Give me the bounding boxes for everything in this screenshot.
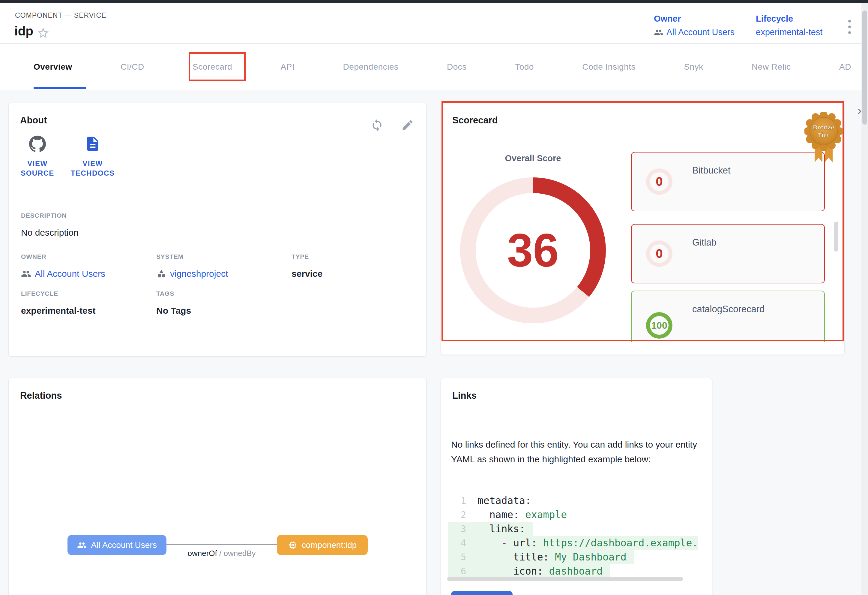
system-icon bbox=[156, 269, 167, 279]
owner-value: All Account Users bbox=[666, 27, 735, 37]
about-title: About bbox=[20, 115, 47, 126]
tab-docs[interactable]: Docs bbox=[447, 44, 467, 90]
owner-label: Owner bbox=[654, 14, 735, 24]
system-entity-link[interactable]: vigneshproject bbox=[156, 269, 228, 279]
tab-todo[interactable]: Todo bbox=[515, 44, 534, 90]
tab-api[interactable]: API bbox=[281, 44, 295, 90]
relations-card: Relations All Account Users component:id… bbox=[8, 378, 427, 595]
tab-snyk[interactable]: Snyk bbox=[684, 44, 703, 90]
scorecard-card: Scorecard Overall Score 36 0 Bitbucket 0… bbox=[441, 103, 844, 355]
code-line: 2 name: example bbox=[448, 508, 575, 522]
field-owner: OWNER All Account Users bbox=[21, 253, 105, 279]
header-lifecycle: Lifecycle experimental-test bbox=[756, 14, 822, 37]
code-line: 1metadata: bbox=[448, 494, 539, 508]
code-line-highlighted: 3 links: bbox=[448, 522, 533, 536]
badge-line1: Bronze bbox=[813, 124, 834, 130]
page-title: idp bbox=[15, 24, 33, 38]
view-techdocs-link[interactable]: VIEW TECHDOCS bbox=[66, 135, 120, 178]
links-title: Links bbox=[452, 390, 477, 401]
overall-score-value: 36 bbox=[459, 177, 607, 324]
tabs-container: OverviewCI/CDScorecardAPIDependenciesDoc… bbox=[34, 44, 851, 90]
relation-edge-line bbox=[167, 544, 277, 545]
relation-edge-label: ownerOf / ownedBy bbox=[162, 549, 282, 558]
score-ring: 0 bbox=[646, 169, 672, 195]
entity-header: COMPONENT — SERVICE idp Owner All Accoun… bbox=[0, 3, 868, 44]
relations-title: Relations bbox=[20, 390, 62, 401]
tab-ci-cd[interactable]: CI/CD bbox=[121, 44, 144, 90]
score-ring: 100 bbox=[646, 312, 672, 339]
scorecard-item-gitlab[interactable]: 0 Gitlab bbox=[631, 224, 825, 283]
links-card: Links No links defined for this entity. … bbox=[441, 378, 712, 595]
scorecard-item-bitbucket[interactable]: 0 Bitbucket bbox=[631, 152, 825, 211]
view-source-link[interactable]: VIEW SOURCE bbox=[10, 135, 65, 178]
relation-node-component[interactable]: component:idp bbox=[277, 535, 368, 555]
about-card: About VIEW SOURCE VIEW TECHDOCS DESCRIPT… bbox=[8, 103, 427, 357]
field-system: SYSTEM vigneshproject bbox=[156, 253, 228, 279]
scorecard-item-catalogscorecard[interactable]: 100 catalogScorecard bbox=[631, 291, 825, 342]
page-scrollbar-thumb[interactable] bbox=[862, 10, 867, 124]
github-icon bbox=[29, 135, 46, 152]
favorite-star-icon[interactable] bbox=[37, 27, 50, 40]
top-window-strip bbox=[0, 0, 868, 3]
techdocs-icon bbox=[84, 135, 101, 152]
tab-code-insights[interactable]: Code Insights bbox=[582, 44, 636, 90]
breadcrumb: COMPONENT — SERVICE bbox=[15, 12, 106, 19]
field-description: DESCRIPTION No description bbox=[21, 212, 78, 238]
people-icon bbox=[21, 269, 31, 279]
bronze-tier-badge: Bronze Tier bbox=[805, 112, 843, 165]
people-icon bbox=[77, 540, 87, 550]
field-lifecycle: LIFECYCLE experimental-test bbox=[21, 290, 95, 316]
entity-tabs-bar: OverviewCI/CDScorecardAPIDependenciesDoc… bbox=[0, 44, 868, 90]
view-source-label: VIEW SOURCE bbox=[15, 159, 60, 178]
chip-icon bbox=[288, 540, 298, 550]
refresh-icon[interactable] bbox=[371, 118, 384, 132]
relation-node-owner[interactable]: All Account Users bbox=[68, 535, 167, 555]
owner-link[interactable]: All Account Users bbox=[654, 27, 735, 37]
tab-dependencies[interactable]: Dependencies bbox=[343, 44, 399, 90]
lifecycle-label: Lifecycle bbox=[756, 14, 822, 24]
field-tags: TAGS No Tags bbox=[156, 290, 191, 316]
field-type: TYPE service bbox=[292, 253, 322, 279]
scorecard-list: 0 Bitbucket 0 Gitlab 100 catalogScorecar… bbox=[631, 152, 825, 342]
badge-line2: Tier bbox=[818, 132, 829, 138]
tab-overview[interactable]: Overview bbox=[34, 44, 72, 90]
yaml-code-block: 1metadata: 2 name: example 3 links: 4 - … bbox=[448, 494, 698, 578]
score-ring: 0 bbox=[646, 240, 672, 267]
people-icon bbox=[654, 28, 663, 37]
links-empty-text: No links defined for this entity. You ca… bbox=[451, 437, 706, 466]
lifecycle-value: experimental-test bbox=[756, 27, 822, 37]
tab-ad[interactable]: AD bbox=[839, 44, 851, 90]
scorecard-list-scrollbar[interactable] bbox=[834, 222, 838, 252]
tab-new-relic[interactable]: New Relic bbox=[751, 44, 791, 90]
owner-entity-link[interactable]: All Account Users bbox=[21, 269, 105, 279]
more-options-icon[interactable] bbox=[848, 20, 851, 37]
code-horizontal-scrollbar[interactable] bbox=[447, 577, 683, 581]
header-owner: Owner All Account Users bbox=[654, 14, 735, 37]
edit-icon[interactable] bbox=[401, 118, 414, 132]
annotation-scorecard-tab-box bbox=[189, 52, 246, 81]
overall-score-donut: 36 bbox=[459, 177, 607, 324]
overall-score-label: Overall Score bbox=[459, 153, 607, 163]
partial-button[interactable] bbox=[451, 591, 512, 595]
scorecard-title: Scorecard bbox=[452, 115, 498, 126]
code-line-highlighted: 5 title: My Dashboard bbox=[448, 550, 634, 564]
code-line-highlighted: 6 icon: dashboard bbox=[448, 564, 610, 578]
view-techdocs-label: VIEW TECHDOCS bbox=[70, 159, 115, 178]
code-line-highlighted: 4 - url: https://dashboard.example.com bbox=[448, 536, 698, 550]
